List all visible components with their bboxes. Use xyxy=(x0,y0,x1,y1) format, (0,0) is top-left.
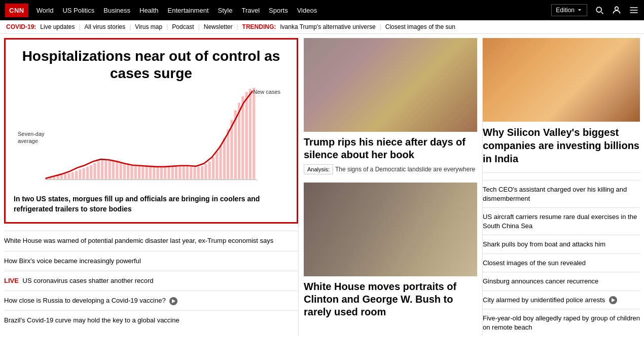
svg-rect-36 xyxy=(175,166,177,179)
mid-column: Trump rips his niece after days of silen… xyxy=(298,38,483,336)
chart-avg-label: Seven-day average xyxy=(18,130,45,145)
svg-rect-11 xyxy=(83,168,85,179)
svg-rect-20 xyxy=(116,162,118,179)
ticker-newsletter[interactable]: Newsletter xyxy=(204,23,233,30)
small-story-3[interactable]: How close is Russia to developing a Covi… xyxy=(4,291,298,310)
ticker-virus-map[interactable]: Virus map xyxy=(135,23,162,30)
ticker-podcast[interactable]: Podcast xyxy=(172,23,194,30)
svg-rect-15 xyxy=(97,162,100,179)
svg-rect-17 xyxy=(104,159,107,179)
svg-point-0 xyxy=(615,7,619,10)
svg-rect-12 xyxy=(86,167,89,179)
svg-rect-57 xyxy=(253,88,255,179)
analysis-text: The signs of a Democratic landslide are … xyxy=(335,166,475,173)
analysis-tag: Analysis: xyxy=(304,164,333,174)
sep3: | xyxy=(166,23,168,30)
menu-icon[interactable] xyxy=(629,5,639,15)
wh-story-image xyxy=(304,183,477,276)
chart-area: New cases Seven-day average xyxy=(14,87,289,188)
nav-us-politics[interactable]: US Politics xyxy=(62,7,94,14)
small-story-4[interactable]: Brazil's Covid-19 curve may hold the key… xyxy=(4,310,298,330)
ticker-closest-images[interactable]: Closest images of the sun xyxy=(385,23,455,30)
nav-sports[interactable]: Sports xyxy=(269,7,288,14)
svg-rect-29 xyxy=(149,167,152,179)
cnn-logo[interactable]: CNN xyxy=(5,4,28,17)
right-story-4[interactable]: Ginsburg announces cancer recurrence xyxy=(483,272,640,291)
svg-rect-21 xyxy=(119,163,122,179)
user-icon[interactable] xyxy=(612,5,622,15)
sep5: | xyxy=(236,23,238,30)
right-story-1[interactable]: US aircraft carriers resume rare dual ex… xyxy=(483,207,640,235)
svg-rect-7 xyxy=(67,173,70,179)
svg-rect-55 xyxy=(245,92,248,179)
svg-rect-35 xyxy=(171,166,174,179)
mid-wh-title: White House moves portraits of Clinton a… xyxy=(304,280,477,318)
nav-health[interactable]: Health xyxy=(139,7,159,14)
svg-rect-8 xyxy=(71,172,74,179)
svg-rect-13 xyxy=(90,165,92,179)
ticker-trending-story[interactable]: Ivanka Trump's alternative universe xyxy=(280,23,375,30)
svg-rect-28 xyxy=(146,166,148,179)
sep6: | xyxy=(380,23,381,30)
svg-rect-43 xyxy=(201,166,203,179)
small-story-1[interactable]: How Birx's voice became increasingly pow… xyxy=(4,251,298,271)
right-story-0[interactable]: Tech CEO's assistant charged over his ki… xyxy=(483,180,640,207)
svg-rect-40 xyxy=(190,167,192,179)
small-story-0[interactable]: White House was warned of potential pand… xyxy=(4,231,298,250)
mid-wh-story[interactable]: White House moves portraits of Clinton a… xyxy=(304,183,477,318)
nav-videos[interactable]: Videos xyxy=(297,7,317,14)
svg-rect-45 xyxy=(208,162,211,179)
right-top-image xyxy=(483,38,640,122)
nav-world[interactable]: World xyxy=(37,7,54,14)
mid-trump-title: Trump rips his niece after days of silen… xyxy=(304,136,477,161)
nav-travel[interactable]: Travel xyxy=(241,7,260,14)
navbar: CNN World US Politics Business Health En… xyxy=(0,0,644,20)
svg-rect-26 xyxy=(138,166,140,179)
right-story-5[interactable]: City alarmed by unidentified police arre… xyxy=(483,291,640,309)
nav-business[interactable]: Business xyxy=(103,7,130,14)
svg-rect-50 xyxy=(227,129,229,179)
hero-title: Hospitalizations near out of control as … xyxy=(14,48,289,82)
sep2: | xyxy=(129,23,131,30)
svg-rect-56 xyxy=(249,89,252,179)
hero-sub-headline[interactable]: In two US states, morgues fill up and of… xyxy=(14,194,289,214)
mid-trump-story[interactable]: Trump rips his niece after days of silen… xyxy=(304,38,477,176)
ticker-live-updates[interactable]: Live updates xyxy=(40,23,75,30)
sep4: | xyxy=(198,23,200,30)
edition-button[interactable]: Edition xyxy=(551,4,587,16)
search-icon[interactable] xyxy=(594,5,604,15)
right-story-3[interactable]: Closest images of the sun revealed xyxy=(483,254,640,272)
nav-links: World US Politics Business Health Entert… xyxy=(37,7,552,14)
svg-rect-54 xyxy=(241,96,244,179)
right-main-title[interactable]: Why Silicon Valley's biggest companies a… xyxy=(483,126,640,173)
hero-story[interactable]: Hospitalizations near out of control as … xyxy=(4,38,298,224)
svg-rect-24 xyxy=(130,165,133,179)
main-content: Hospitalizations near out of control as … xyxy=(0,34,644,340)
chart-new-cases-label: New cases xyxy=(253,89,280,95)
svg-rect-31 xyxy=(156,167,159,179)
svg-rect-10 xyxy=(79,169,81,179)
right-story-2[interactable]: Shark pulls boy from boat and attacks hi… xyxy=(483,235,640,254)
svg-rect-34 xyxy=(167,166,170,179)
right-story-6[interactable]: Five-year-old boy allegedly raped by gro… xyxy=(483,309,640,336)
svg-rect-47 xyxy=(216,152,218,179)
nav-right: Edition xyxy=(551,4,639,16)
sep1: | xyxy=(79,23,80,30)
nav-entertainment[interactable]: Entertainment xyxy=(168,7,209,14)
small-story-2[interactable]: LIVE US coronavirus cases shatter anothe… xyxy=(4,271,298,291)
ticker-all-virus[interactable]: All virus stories xyxy=(85,23,126,30)
left-column: Hospitalizations near out of control as … xyxy=(4,38,298,336)
nav-style[interactable]: Style xyxy=(218,7,233,14)
svg-rect-41 xyxy=(193,167,196,179)
trump-story-image xyxy=(304,38,477,132)
right-column: Why Silicon Valley's biggest companies a… xyxy=(483,38,640,336)
svg-rect-44 xyxy=(204,164,207,179)
svg-rect-19 xyxy=(112,161,115,179)
svg-rect-5 xyxy=(60,175,63,179)
live-badge: LIVE xyxy=(4,277,19,284)
svg-rect-9 xyxy=(75,171,78,179)
svg-rect-39 xyxy=(186,166,189,179)
svg-rect-25 xyxy=(134,166,137,179)
svg-rect-16 xyxy=(101,160,103,179)
svg-rect-22 xyxy=(123,164,126,179)
